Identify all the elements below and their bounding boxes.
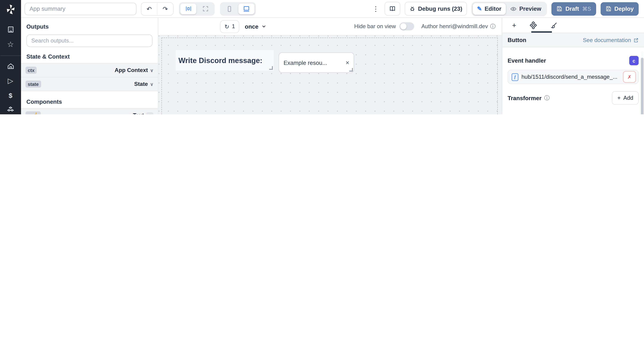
windmill-logo[interactable]: [5, 4, 16, 15]
clear-icon[interactable]: ×: [346, 59, 349, 66]
comp-a-id: a: [28, 112, 30, 114]
redo-button[interactable]: ↷: [157, 2, 173, 15]
text-component[interactable]: Write Discord message:: [176, 50, 274, 71]
desktop-view-button[interactable]: [238, 4, 254, 14]
tab-preview[interactable]: Preview: [506, 3, 546, 14]
search-outputs-input[interactable]: [26, 34, 152, 47]
app-summary-input[interactable]: [24, 2, 136, 15]
device-toggle-group: [220, 2, 256, 16]
component-settings-tab[interactable]: [530, 22, 537, 29]
debug-runs-button[interactable]: Debug runs (23): [404, 2, 467, 16]
state-context-title: State & Context: [26, 53, 152, 60]
refresh-icon: ↻: [224, 23, 229, 30]
component-type-title: Button: [508, 37, 526, 44]
frequency-dropdown[interactable]: once: [245, 23, 266, 30]
pencil-icon: ✎: [477, 5, 482, 12]
info-icon[interactable]: ⓘ: [490, 23, 496, 30]
docs-book-button[interactable]: [384, 2, 400, 16]
event-handler-badge: c: [629, 56, 639, 65]
resize-handle[interactable]: [269, 66, 273, 70]
component-icon: [530, 22, 537, 29]
ctx-type: App Context: [115, 67, 148, 73]
center-area: ↻ 1 once Hide bar on view Author henri@w…: [158, 18, 502, 114]
canvas-toolbar: ↻ 1 once Hide bar on view Author henri@w…: [158, 18, 502, 35]
deploy-button[interactable]: Deploy: [600, 2, 639, 16]
see-documentation-link[interactable]: See documentation: [583, 37, 639, 43]
styling-tab[interactable]: [551, 22, 558, 29]
remove-handler-button[interactable]: ✗: [623, 71, 636, 83]
outputs-title: Outputs: [26, 23, 152, 30]
comp-a-type: Text: [133, 112, 144, 114]
rail-divider: [0, 56, 21, 56]
editor-preview-toggle: ✎ Editor Preview: [471, 2, 547, 16]
tab-editor[interactable]: ✎ Editor: [472, 3, 506, 14]
right-settings-panel: + Button See documentation Event handler…: [502, 18, 644, 114]
dollar-icon[interactable]: $: [9, 92, 12, 99]
resize-handle[interactable]: [349, 68, 353, 72]
center-layout-button[interactable]: [180, 4, 196, 14]
add-component-tab[interactable]: +: [512, 21, 516, 29]
draft-button[interactable]: Draft ⌘S: [552, 2, 596, 16]
layout-toggle-group: [179, 2, 215, 16]
component-row-a[interactable]: a☝ Text ∧: [21, 108, 158, 114]
author-info: Author henri@windmill.dev ⓘ: [421, 23, 496, 30]
resource-select-value: Example resou...: [284, 59, 327, 66]
canvas-grid-outline: [162, 38, 498, 114]
right-panel-tabs: +: [502, 18, 644, 33]
chevron-up-icon[interactable]: ∧: [146, 112, 154, 114]
eye-icon: [510, 6, 516, 12]
info-icon: ⓘ: [544, 94, 550, 102]
panel-scrollbar[interactable]: [641, 52, 644, 114]
expand-layout-button[interactable]: [197, 4, 213, 14]
deploy-label: Deploy: [614, 5, 634, 12]
cubes-icon[interactable]: [7, 106, 14, 114]
add-transformer-button[interactable]: +Add: [612, 91, 639, 105]
refresh-count: 1: [232, 23, 235, 30]
triggers-title: Triggers: [508, 114, 639, 114]
hide-bar-toggle[interactable]: [399, 22, 414, 30]
outputs-panel: Outputs State & Context ctx App Context …: [21, 18, 158, 114]
chevron-down-icon: [261, 24, 266, 29]
resource-select-component[interactable]: Example resou... ×: [278, 52, 354, 73]
frequency-value: once: [245, 23, 258, 30]
app-canvas[interactable]: Write Discord message: Example resou... …: [158, 35, 502, 114]
state-type: State: [134, 81, 148, 87]
components-title: Components: [26, 98, 152, 105]
hide-bar-label: Hide bar on view: [354, 23, 396, 30]
handler-path: hub/1511/discord/send_a_message_...: [522, 74, 620, 80]
state-row[interactable]: state State ∨: [21, 77, 158, 91]
draft-shortcut: ⌘S: [582, 6, 591, 12]
text-component-value: Write Discord message:: [176, 56, 262, 65]
ctx-badge: ctx: [26, 67, 37, 74]
app-root: ☆ ▷ $ ⚙ → ↶: [0, 0, 644, 114]
component-header: Button See documentation: [502, 33, 644, 48]
hide-bar-control: Hide bar on view: [354, 22, 414, 30]
editor-label: Editor: [485, 5, 502, 12]
kebab-menu-icon[interactable]: ⋮: [372, 5, 380, 13]
building-icon[interactable]: [7, 26, 14, 33]
brush-icon: [551, 22, 558, 29]
hand-pointer-icon: ☝: [32, 112, 38, 114]
transformer-label: Transformer: [508, 95, 542, 101]
author-label: Author henri@windmill.dev: [421, 23, 488, 30]
ctx-row[interactable]: ctx App Context ∨: [21, 63, 158, 77]
event-handler-runnable[interactable]: f hub/1511/discord/send_a_message_... ✗: [508, 70, 639, 84]
topbar: ↶ ↷ ⋮ Debug runs (2: [21, 0, 644, 18]
topbar-right: ⋮ Debug runs (23) ✎ Editor Preview: [372, 2, 639, 16]
preview-label: Preview: [519, 5, 541, 12]
star-icon[interactable]: ☆: [7, 40, 14, 49]
home-icon[interactable]: [7, 62, 14, 70]
mobile-view-button[interactable]: [222, 4, 238, 14]
play-icon[interactable]: ▷: [8, 76, 13, 85]
debug-runs-label: Debug runs (23): [418, 5, 462, 12]
function-icon: f: [512, 73, 518, 81]
chevron-down-icon[interactable]: ∨: [150, 68, 154, 73]
left-rail: ☆ ▷ $ ⚙ →: [0, 0, 21, 114]
active-tab-underline: [531, 31, 552, 33]
undo-redo-group: ↶ ↷: [141, 2, 174, 16]
external-link-icon: [633, 38, 639, 43]
chevron-down-icon[interactable]: ∨: [150, 82, 154, 86]
refresh-count-button[interactable]: ↻ 1: [220, 20, 240, 33]
undo-button[interactable]: ↶: [141, 2, 157, 15]
state-badge: state: [26, 80, 41, 88]
